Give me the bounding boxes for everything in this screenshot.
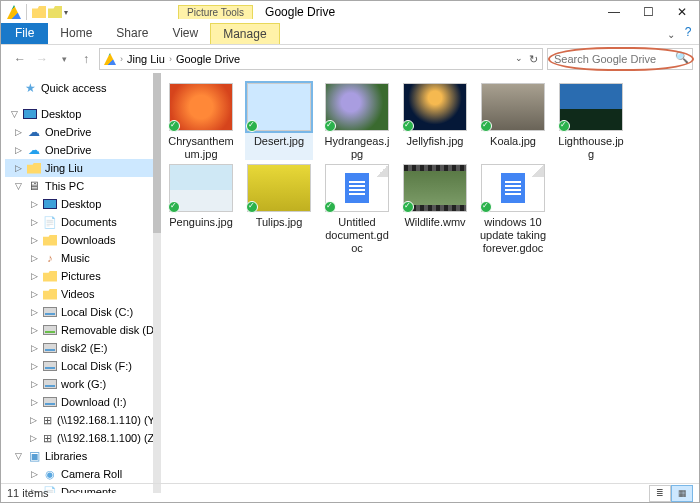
expand-icon[interactable]: ▷ — [29, 271, 39, 281]
tree-node[interactable]: ▷☁OneDrive — [5, 123, 161, 141]
file-item[interactable]: Wildlife.wmv — [401, 162, 469, 253]
file-item[interactable]: Koala.jpg — [479, 81, 547, 160]
tree-node[interactable]: ▷Jing Liu — [5, 159, 161, 177]
expand-icon[interactable]: ▷ — [13, 163, 23, 173]
expand-icon[interactable]: ▷ — [29, 253, 39, 263]
expand-icon[interactable]: ▷ — [13, 127, 23, 137]
expand-icon[interactable]: ▷ — [29, 397, 39, 407]
scrollbar-thumb[interactable] — [153, 73, 161, 233]
maximize-button[interactable]: ☐ — [631, 1, 665, 23]
tab-manage[interactable]: Manage — [210, 23, 279, 44]
address-dropdown-icon[interactable]: ⌄ — [515, 53, 523, 66]
tab-file[interactable]: File — [1, 23, 48, 44]
expand-icon[interactable]: ▷ — [29, 361, 39, 371]
expand-icon[interactable]: ▷ — [29, 217, 39, 227]
expand-icon[interactable]: ▷ — [29, 235, 39, 245]
tree-node[interactable]: ▷⊞(\\192.168.1.110) (Y:) — [5, 411, 161, 429]
file-item[interactable]: Penguins.jpg — [167, 162, 235, 253]
tree-node[interactable]: ▷Local Disk (C:) — [5, 303, 161, 321]
nav-back-button[interactable]: ← — [11, 50, 29, 68]
tree-node[interactable]: ★Quick access — [5, 79, 161, 97]
file-item[interactable]: windows 10 update taking forever.gdoc — [479, 162, 547, 253]
tab-home[interactable]: Home — [48, 23, 104, 44]
minimize-button[interactable]: — — [597, 1, 631, 23]
breadcrumb-1[interactable]: Jing Liu — [127, 53, 165, 65]
tree-label: Desktop — [41, 108, 81, 120]
tree-label: Libraries — [45, 450, 87, 462]
tree-node[interactable]: ▽🖥This PC — [5, 177, 161, 195]
tree-label: This PC — [45, 180, 84, 192]
expand-icon[interactable]: ▷ — [29, 343, 39, 353]
tab-share[interactable]: Share — [104, 23, 160, 44]
qat-customize-caret[interactable]: ▾ — [64, 8, 68, 17]
expand-icon[interactable]: ▷ — [29, 199, 39, 209]
address-box[interactable]: › Jing Liu › Google Drive ⌄ ↻ — [99, 48, 543, 70]
file-name: Tulips.jpg — [245, 216, 313, 229]
tree-label: Videos — [61, 288, 94, 300]
tab-view[interactable]: View — [160, 23, 210, 44]
tree-node[interactable]: ▷Videos — [5, 285, 161, 303]
help-icon[interactable]: ? — [677, 23, 699, 44]
tree-node[interactable]: ▷Removable disk (D:) — [5, 321, 161, 339]
navigation-pane[interactable]: ★Quick access▽Desktop▷☁OneDrive▷☁OneDriv… — [1, 73, 161, 493]
tree-node[interactable]: ▷☁OneDrive — [5, 141, 161, 159]
tree-node[interactable]: ▷⊞(\\192.168.1.100) (Z:) — [5, 429, 161, 447]
file-item[interactable]: Untitled document.gdoc — [323, 162, 391, 253]
file-item[interactable]: Lighthouse.jpg — [557, 81, 625, 160]
ribbon-tabs: File Home Share View Manage ⌄ ? — [1, 23, 699, 45]
refresh-icon[interactable]: ↻ — [529, 53, 538, 66]
search-icon[interactable]: 🔍 — [675, 51, 689, 64]
qat-newfolder-icon[interactable] — [48, 6, 62, 18]
thumbnail — [169, 83, 233, 131]
nav-recent-caret[interactable]: ▾ — [55, 50, 73, 68]
expand-icon[interactable]: ▷ — [29, 307, 39, 317]
expand-icon[interactable]: ▽ — [9, 109, 19, 119]
expand-icon[interactable]: ▷ — [29, 379, 39, 389]
tree-label: Documents — [61, 216, 117, 228]
breadcrumb-sep[interactable]: › — [169, 54, 172, 64]
tree-node[interactable]: ▷work (G:) — [5, 375, 161, 393]
sync-badge-icon — [324, 201, 336, 213]
thumbnail — [481, 83, 545, 131]
thumbnail — [325, 83, 389, 131]
expand-icon[interactable]: ▽ — [13, 181, 23, 191]
tree-node[interactable]: ▷♪Music — [5, 249, 161, 267]
file-item[interactable]: Hydrangeas.jpg — [323, 81, 391, 160]
nav-up-button[interactable]: ↑ — [77, 50, 95, 68]
items-view[interactable]: Chrysanthemum.jpgDesert.jpgHydrangeas.jp… — [161, 73, 699, 493]
expand-icon[interactable]: ▷ — [29, 433, 37, 443]
breadcrumb-sep[interactable]: › — [120, 54, 123, 64]
tree-node[interactable]: ▽Desktop — [5, 105, 161, 123]
search-input[interactable] — [547, 48, 693, 70]
tree-node[interactable]: ▷Download (I:) — [5, 393, 161, 411]
tree-node[interactable]: ▷Local Disk (F:) — [5, 357, 161, 375]
view-icons-button[interactable]: ▦ — [671, 485, 693, 502]
expand-icon[interactable]: ▷ — [29, 289, 39, 299]
expand-icon[interactable]: ▷ — [29, 469, 39, 479]
tree-node[interactable]: ▷Pictures — [5, 267, 161, 285]
expand-icon[interactable]: ▷ — [29, 325, 39, 335]
file-item[interactable]: Desert.jpg — [245, 81, 313, 160]
expand-icon[interactable]: ▷ — [13, 145, 23, 155]
close-button[interactable]: ✕ — [665, 1, 699, 23]
thumbnail — [247, 83, 311, 131]
tree-node[interactable]: ▷disk2 (E:) — [5, 339, 161, 357]
qat-properties-icon[interactable] — [32, 6, 46, 18]
file-item[interactable]: Jellyfish.jpg — [401, 81, 469, 160]
file-item[interactable]: Tulips.jpg — [245, 162, 313, 253]
tree-label: Music — [61, 252, 90, 264]
expand-icon[interactable]: ▷ — [29, 415, 37, 425]
file-item[interactable]: Chrysanthemum.jpg — [167, 81, 235, 160]
tree-node[interactable]: ▷Desktop — [5, 195, 161, 213]
tree-node[interactable]: ▷◉Camera Roll — [5, 465, 161, 483]
nav-forward-button[interactable]: → — [33, 50, 51, 68]
tree-node[interactable]: ▷📄Documents — [5, 213, 161, 231]
tree-node[interactable]: ▽▣Libraries — [5, 447, 161, 465]
quick-access-toolbar: ▾ — [1, 4, 68, 20]
app-icon[interactable] — [7, 5, 21, 19]
expand-icon[interactable]: ▽ — [13, 451, 23, 461]
tree-node[interactable]: ▷Downloads — [5, 231, 161, 249]
view-details-button[interactable]: ≣ — [649, 485, 671, 502]
ribbon-expand-icon[interactable]: ⌄ — [667, 29, 675, 40]
breadcrumb-2[interactable]: Google Drive — [176, 53, 240, 65]
